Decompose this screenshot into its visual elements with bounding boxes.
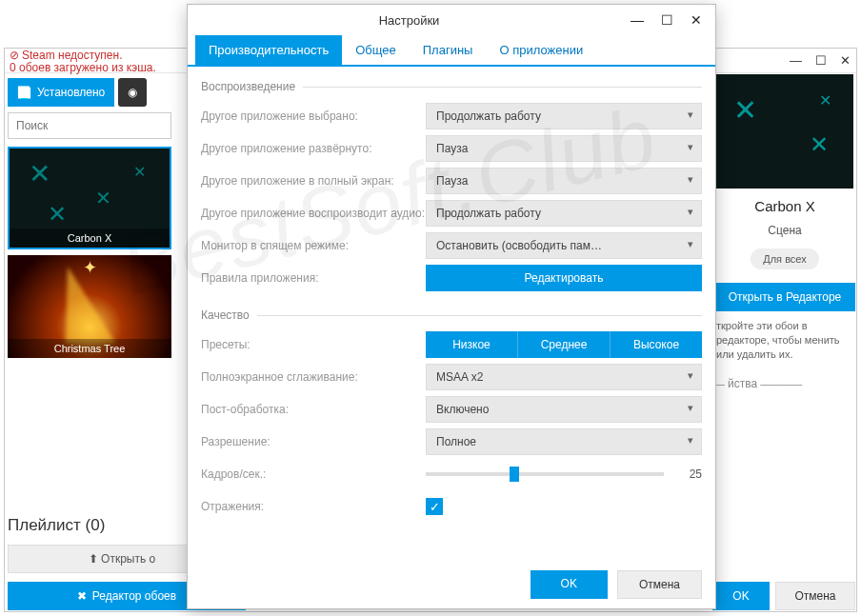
dropdown-other-selected[interactable]: Продолжать работу (426, 103, 702, 129)
right-panel: ✕✕✕ Carbon X Сцена Для всех Открыть в Ре… (714, 74, 855, 390)
preset-high[interactable]: Высокое (611, 331, 702, 358)
maximize-icon[interactable]: ☐ (815, 53, 827, 68)
label-other-expanded: Другое приложение развёрнуто: (201, 142, 426, 155)
search-input[interactable] (8, 112, 171, 139)
open-in-editor-button[interactable]: Открыть в Редакторе (714, 283, 855, 311)
quality-legend: Качество (201, 308, 257, 322)
preset-low[interactable]: Низкое (426, 331, 518, 358)
quality-group: Качество Пресеты: Низкое Среднее Высокое… (201, 308, 702, 524)
wallpaper-thumb-carbon-x[interactable]: ✕✕✕✕ Carbon X (8, 147, 171, 249)
dropdown-postprocessing[interactable]: Включено (426, 396, 702, 423)
label-presets: Пресеты: (201, 338, 426, 351)
tab-general[interactable]: Общее (342, 35, 410, 65)
tab-about[interactable]: О приложении (486, 35, 596, 65)
preset-segmented: Низкое Среднее Высокое (426, 331, 702, 358)
left-sidebar: Установлено ◉ ✕✕✕✕ Carbon X Christmas Tr… (8, 78, 173, 364)
dropdown-monitor-sleep[interactable]: Остановить (освободить пам… (426, 232, 702, 259)
dropdown-other-expanded[interactable]: Пауза (426, 135, 702, 162)
label-antialiasing: Полноэкранное сглаживание: (201, 370, 426, 384)
label-resolution: Разрешение: (201, 435, 426, 448)
fps-value: 25 (675, 467, 702, 481)
label-other-fullscreen: Другое приложение в полный экран: (201, 174, 426, 188)
dropdown-resolution[interactable]: Полное (426, 428, 702, 455)
fps-slider-knob[interactable] (510, 467, 519, 482)
dropdown-other-audio[interactable]: Продолжать работу (426, 200, 702, 227)
label-reflections: Отражения: (201, 500, 426, 513)
error-banner: Steam недоступен. 0 обоев загружено из к… (10, 50, 156, 74)
playback-group: Воспроизведение Другое приложение выбран… (201, 80, 702, 295)
settings-tabs: Производительность Общее Плагины О прило… (188, 35, 715, 67)
playback-legend: Воспроизведение (201, 80, 303, 93)
dialog-cancel-button[interactable]: Отмена (617, 570, 702, 599)
settings-dialog: Настройки — ☐ ✕ Производительность Общее… (187, 4, 716, 609)
close-icon[interactable]: ✕ (840, 53, 851, 68)
dialog-minimize-icon[interactable]: — (631, 12, 644, 28)
dropdown-other-fullscreen[interactable]: Пауза (426, 168, 702, 194)
dialog-ok-button[interactable]: OK (531, 570, 608, 599)
dropdown-antialiasing[interactable]: MSAA x2 (426, 364, 702, 390)
dialog-maximize-icon[interactable]: ☐ (661, 12, 673, 28)
tab-performance[interactable]: Производительность (195, 35, 342, 65)
label-postprocessing: Пост-обработка: (201, 403, 426, 416)
editor-description: ткройте эти обои в редакторе, чтобы мени… (714, 319, 855, 362)
thumb-label: Carbon X (10, 229, 170, 248)
label-app-rules: Правила приложения: (201, 271, 426, 285)
preview-type: Сцена (714, 224, 855, 237)
label-other-selected: Другое приложение выбрано: (201, 109, 426, 123)
reflections-checkbox[interactable]: ✓ (426, 498, 443, 515)
label-other-audio: Другое приложение воспроизводит аудио: (201, 207, 426, 220)
label-fps: Кадров/сек.: (201, 467, 426, 481)
tab-installed[interactable]: Установлено (8, 78, 114, 107)
tab-plugins[interactable]: Плагины (410, 35, 487, 65)
wallpaper-thumb-christmas-tree[interactable]: Christmas Tree (8, 255, 171, 358)
thumb-label: Christmas Tree (8, 339, 171, 358)
error-line-2: 0 обоев загружено из кэша. (10, 62, 156, 74)
edit-rules-button[interactable]: Редактировать (426, 265, 702, 291)
main-cancel-button[interactable]: Отмена (775, 582, 855, 610)
dialog-close-icon[interactable]: ✕ (691, 12, 702, 28)
dialog-title: Настройки (188, 13, 631, 28)
preset-medium[interactable]: Среднее (518, 331, 611, 358)
properties-section-label: — йства ———— (714, 377, 855, 390)
discover-button[interactable]: ◉ (118, 78, 147, 107)
label-monitor-sleep: Монитор в спящем режиме: (201, 239, 426, 252)
minimize-icon[interactable]: — (790, 53, 802, 68)
fps-slider[interactable] (426, 472, 664, 476)
main-ok-button[interactable]: OK (712, 582, 770, 610)
preview-thumbnail: ✕✕✕ (714, 74, 853, 189)
rating-pill: Для всех (751, 248, 819, 269)
preview-title: Carbon X (714, 198, 855, 214)
